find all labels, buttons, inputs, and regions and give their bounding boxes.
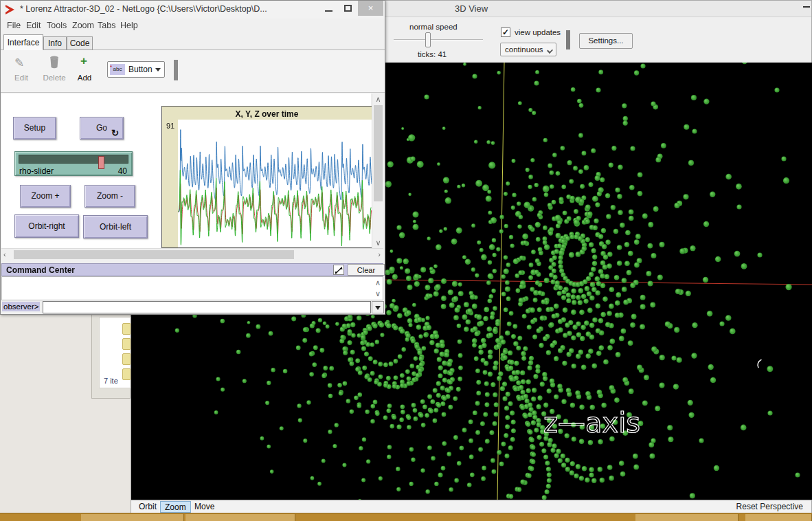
tab-move[interactable]: Move (190, 501, 218, 513)
add-tool-button[interactable]: Add (64, 74, 105, 82)
widget-type-dropdown[interactable]: *abc Button (107, 61, 165, 78)
horizontal-scroll-thumb[interactable] (14, 250, 294, 259)
zoom-minus-button[interactable]: Zoom - (84, 185, 135, 208)
speed-label: normal speed (409, 23, 458, 31)
slider-handle[interactable] (98, 156, 104, 169)
command-center-output[interactable]: ∧ ∨ (1, 276, 383, 300)
menu-bar: File Edit Tools Zoom Tabs Help (1, 19, 385, 34)
widget-type-value: Button (128, 65, 153, 74)
command-input[interactable] (43, 301, 371, 313)
folder-icon[interactable] (122, 368, 131, 380)
tab-orbit[interactable]: Orbit (135, 501, 161, 513)
observer-prompt-label: observer> (2, 302, 40, 311)
menu-edit[interactable]: Edit (26, 21, 41, 30)
speed-slider-track[interactable] (394, 39, 483, 41)
vertical-scrollbar[interactable]: ∧ ∨ (372, 94, 383, 248)
taskbar-item[interactable] (81, 514, 184, 521)
netlogo-titlebar[interactable]: * Lorenz Attractor-3D_02 - NetLogo {C:\U… (1, 1, 385, 19)
scroll-up-icon[interactable]: ∧ (375, 278, 381, 287)
tab-zoom[interactable]: Zoom (160, 501, 191, 513)
view-updates-checkbox[interactable]: ✓ (501, 27, 510, 37)
expand-icon[interactable] (333, 265, 344, 275)
orbit-right-button[interactable]: Orbit-right (14, 214, 79, 238)
tab-info[interactable]: Info (43, 36, 67, 50)
command-center-header: Command Center Clear (1, 263, 383, 276)
button-widget-icon: *abc (110, 64, 125, 75)
background-explorer-window[interactable]: 7 ite (91, 311, 131, 399)
view3d-bottom-bar: Orbit Zoom Move Reset Perspective (131, 500, 811, 513)
command-center-title: Command Center (6, 265, 75, 275)
scroll-up-icon[interactable]: ∧ (374, 95, 383, 104)
clear-button[interactable]: Clear (348, 264, 385, 276)
vertical-scroll-thumb[interactable] (374, 105, 383, 201)
slider-track[interactable] (19, 155, 128, 164)
update-mode-dropdown[interactable]: continuous (500, 43, 556, 56)
reset-perspective-button[interactable]: Reset Perspective (736, 502, 803, 511)
netlogo-app-icon (5, 5, 14, 14)
chevron-down-icon (547, 47, 553, 54)
scroll-right-icon[interactable]: › (378, 250, 381, 258)
taskbar-item[interactable] (635, 514, 738, 521)
setup-button[interactable]: Setup (13, 117, 56, 140)
command-history-dropdown[interactable] (372, 301, 384, 313)
tab-interface[interactable]: Interface (3, 34, 43, 50)
plot-ymax-label: 91 (166, 122, 174, 130)
folder-icon[interactable] (122, 323, 131, 335)
taskbar-item[interactable] (185, 514, 295, 521)
update-mode-value: continuous (505, 45, 543, 54)
trash-icon (49, 55, 60, 69)
interface-toolbar: ✎ Edit Delete + Add *abc Button (1, 50, 385, 93)
orbit-left-button[interactable]: Orbit-left (83, 215, 148, 239)
settings-button[interactable]: Settings... (579, 33, 633, 49)
menu-file[interactable]: File (7, 21, 21, 30)
netlogo-window: * Lorenz Attractor-3D_02 - NetLogo {C:\U… (0, 0, 385, 315)
forever-icon: ↻ (111, 122, 119, 144)
interface-canvas: Setup Go ↻ rho-slider 40 Zoom + Zoom - O… (1, 93, 371, 248)
horizontal-scrollbar[interactable]: ‹ › (1, 248, 383, 260)
slider-value: 40 (118, 166, 127, 176)
maximize-icon[interactable] (344, 5, 352, 12)
folder-icon[interactable] (122, 353, 131, 365)
folder-icon[interactable] (122, 338, 131, 350)
taskbar-item[interactable] (745, 514, 812, 521)
speed-slider-handle[interactable] (425, 32, 431, 47)
menu-tools[interactable]: Tools (47, 21, 67, 30)
dropdown-arrow-icon (155, 68, 161, 71)
rho-slider-widget[interactable]: rho-slider 40 (14, 151, 133, 176)
pencil-icon: ✎ (14, 56, 24, 70)
asterisk-mark: * (110, 62, 112, 73)
explorer-item-count: 7 ite (104, 377, 118, 385)
explorer-content: 7 ite (99, 317, 131, 388)
close-button[interactable]: × (358, 1, 383, 16)
plot-widget: X, Y, Z over time 91 (161, 106, 372, 248)
minimize-icon[interactable] (325, 10, 332, 12)
slider-label: rho-slider (19, 166, 54, 176)
scroll-down-icon[interactable]: ∨ (375, 289, 381, 298)
toolbar-separator (174, 60, 178, 80)
menu-tabs[interactable]: Tabs (98, 21, 115, 30)
taskbar[interactable] (0, 513, 812, 521)
ticks-counter: ticks: 41 (418, 50, 447, 58)
tab-code[interactable]: Code (67, 36, 93, 50)
command-prompt-row: observer> (1, 301, 383, 314)
toolbar-separator (566, 30, 570, 49)
netlogo-window-title: * Lorenz Attractor-3D_02 - NetLogo {C:\U… (20, 4, 267, 14)
plot-canvas-xyz-series (178, 120, 372, 247)
plot-title: X, Y, Z over time (162, 109, 372, 119)
go-button-label: Go (96, 118, 107, 139)
go-button[interactable]: Go ↻ (80, 117, 124, 140)
tab-bar: Interface Info Code (1, 34, 385, 50)
view-updates-label: view updates (515, 28, 561, 36)
zoom-plus-button[interactable]: Zoom + (20, 185, 71, 208)
plus-icon: + (80, 54, 87, 68)
menu-zoom[interactable]: Zoom (72, 21, 94, 30)
scroll-left-icon[interactable]: ‹ (3, 250, 6, 258)
menu-help[interactable]: Help (120, 21, 138, 30)
minimize-icon[interactable] (803, 6, 810, 8)
scroll-down-icon[interactable]: ∨ (374, 239, 383, 247)
